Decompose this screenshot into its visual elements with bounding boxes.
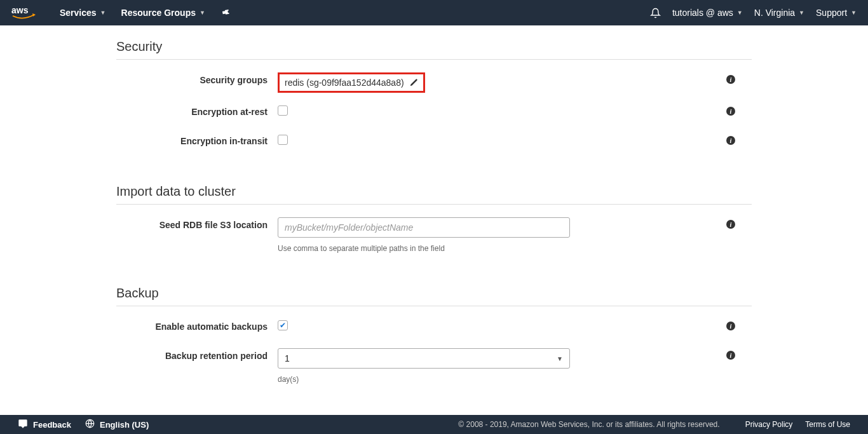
info-icon[interactable]: i [726,322,735,330]
section-header-import: Import data to cluster [116,163,752,205]
nav-right: tutorials @ aws ▼ N. Virginia ▼ Support … [639,8,857,18]
pin-icon[interactable] [218,6,231,20]
info-icon[interactable]: i [726,351,735,360]
nav-resource-groups[interactable]: Resource Groups ▼ [121,8,205,18]
label-encryption-at-rest: Encryption at-rest [116,104,278,117]
aws-logo[interactable]: aws [11,5,37,20]
chevron-down-icon: ▼ [799,10,804,16]
section-header-security: Security [116,25,752,60]
security-groups-value-box: redis (sg-09f9faa152d44a8a8) [278,72,425,93]
edit-icon[interactable] [409,78,418,87]
security-groups-value: redis (sg-09f9faa152d44a8a8) [285,78,404,88]
footer-privacy[interactable]: Privacy Policy [745,420,793,429]
nav-region[interactable]: N. Virginia ▼ [754,8,804,18]
checkbox-enable-backups[interactable]: ✔ [278,320,288,330]
chevron-down-icon: ▼ [100,10,106,16]
nav-account[interactable]: tutorials @ aws ▼ [672,8,743,18]
label-enable-backups: Enable automatic backups [116,319,278,332]
footer-terms[interactable]: Terms of Use [805,420,850,429]
globe-icon [85,419,95,430]
input-seed-rdb[interactable] [278,217,570,238]
info-icon[interactable]: i [726,136,735,145]
notifications-icon[interactable] [650,8,661,18]
row-encryption-at-rest: Encryption at-rest i [116,104,752,122]
nav-resource-groups-label: Resource Groups [121,8,196,18]
nav-support[interactable]: Support ▼ [816,8,857,18]
info-icon[interactable]: i [726,107,735,116]
info-icon[interactable]: i [726,75,735,84]
speech-bubble-icon [18,419,28,431]
nav-account-label: tutorials @ aws [672,8,733,18]
chevron-down-icon: ▼ [737,10,743,16]
row-retention-period: Backup retention period 1 ▼ day(s) i [116,348,752,384]
label-security-groups: Security groups [116,72,278,85]
chevron-down-icon: ▼ [200,10,205,16]
checkbox-encryption-at-rest[interactable] [278,105,288,116]
footer-language-label: English (US) [100,420,149,430]
chevron-down-icon: ▼ [851,10,857,16]
row-security-groups: Security groups redis (sg-09f9faa152d44a… [116,72,752,93]
footer-copyright: © 2008 - 2019, Amazon Web Services, Inc.… [458,420,719,429]
row-encryption-in-transit: Encryption in-transit i [116,133,752,151]
nav-support-label: Support [816,8,847,18]
footer-language[interactable]: English (US) [85,419,149,430]
select-retention-period[interactable]: 1 ▼ [278,348,570,369]
section-header-backup: Backup [116,264,752,306]
footer-feedback[interactable]: Feedback [18,419,71,431]
row-seed-rdb: Seed RDB file S3 location Use comma to s… [116,217,752,253]
footer-feedback-label: Feedback [33,420,71,430]
svg-text:aws: aws [11,5,29,15]
nav-region-label: N. Virginia [754,8,795,18]
info-icon[interactable]: i [726,220,735,229]
row-enable-backups: Enable automatic backups ✔ i [116,319,752,337]
nav-services-label: Services [60,8,97,18]
main-content: Security Security groups redis (sg-09f9f… [0,25,868,415]
top-nav: aws Services ▼ Resource Groups ▼ tutoria… [0,0,868,25]
chevron-down-icon: ▼ [557,355,563,362]
label-retention-period: Backup retention period [116,348,278,361]
nav-services[interactable]: Services ▼ [60,8,106,18]
label-encryption-in-transit: Encryption in-transit [116,133,278,146]
label-seed-rdb: Seed RDB file S3 location [116,217,278,230]
checkbox-encryption-in-transit[interactable] [278,135,288,145]
retention-unit: day(s) [278,375,299,384]
help-seed-rdb: Use comma to separate multiple paths in … [278,244,445,253]
select-retention-value: 1 [285,353,290,363]
footer: Feedback English (US) © 2008 - 2019, Ama… [0,415,868,434]
